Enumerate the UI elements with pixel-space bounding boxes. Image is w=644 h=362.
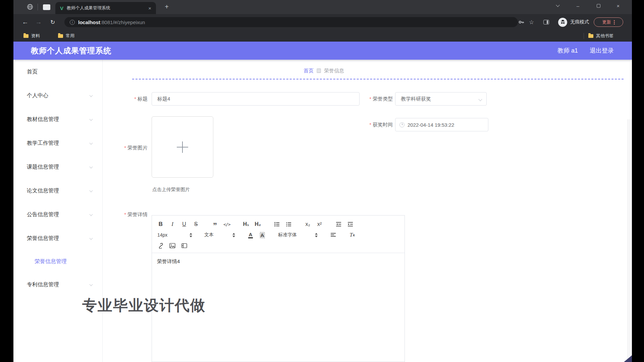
insert-image-button[interactable] xyxy=(169,242,176,250)
bold-button[interactable]: B xyxy=(157,220,164,228)
font-size-select[interactable]: 14px xyxy=(157,232,192,238)
editor-content[interactable]: 荣誉详情4 xyxy=(152,253,405,270)
heading2-button[interactable]: H₂ xyxy=(254,220,261,228)
sidebar-item-textbook-mgmt[interactable]: 教材信息管理 xyxy=(13,107,102,131)
breadcrumb: 首页 荣誉信息 xyxy=(304,67,344,74)
insert-video-button[interactable] xyxy=(181,242,187,250)
bookmark-star-icon[interactable]: ☆ xyxy=(529,14,534,30)
sidebar-item-label: 专利信息管理 xyxy=(27,282,59,287)
sidebar: 首页 个人中心 教材信息管理 教学工作管理 课题信息管理 xyxy=(13,60,103,362)
honor-detail-field-label: *荣誉详情 xyxy=(110,209,148,220)
bullet-list-button[interactable] xyxy=(285,220,292,228)
sidebar-subitem-honor-info-mgmt-active[interactable]: 荣誉信息管理 xyxy=(13,250,102,273)
bookmarks-bar: 资料 常用 其他书签 xyxy=(13,30,632,42)
sidebar-item-teaching-work-mgmt[interactable]: 教学工作管理 xyxy=(13,131,102,155)
app-title: 教师个人成果管理系统 xyxy=(31,42,111,60)
address-bar: ← → ↻ localhost :8081/#/zhiyepeixun ☆ 无痕… xyxy=(13,14,632,30)
window-minimize-button[interactable]: – xyxy=(572,1,584,10)
chevron-down-icon xyxy=(90,213,93,216)
breadcrumb-home-link[interactable]: 首页 xyxy=(304,68,314,74)
sidebar-item-label: 公告信息管理 xyxy=(27,212,59,217)
rich-text-editor: B I U S ” </> H₁ H₂ x₂ xyxy=(152,215,405,362)
chevron-down-icon xyxy=(90,118,93,121)
side-panel-icon[interactable] xyxy=(543,14,549,30)
sidebar-item-honor-info-mgmt[interactable]: 荣誉信息管理 xyxy=(13,226,102,250)
ordered-list-button[interactable] xyxy=(273,220,280,228)
sidebar-item-patent-info-mgmt[interactable]: 专利信息管理 xyxy=(13,273,102,296)
subscript-button[interactable]: x₂ xyxy=(304,220,311,228)
underline-button[interactable]: U xyxy=(181,220,187,228)
text-color-button[interactable]: A xyxy=(247,231,254,239)
update-button[interactable]: 更新 xyxy=(594,17,623,27)
browser-window: V 教师个人成果管理系统 × + – × ← → ↻ localhost :80… xyxy=(13,0,632,362)
blockquote-button[interactable]: ” xyxy=(212,220,218,228)
bookmark-folder-changyong[interactable]: 常用 xyxy=(58,30,74,42)
watermark-text: 专业毕业设计代做 xyxy=(82,296,206,315)
sidebar-item-paper-info-mgmt[interactable]: 论文信息管理 xyxy=(13,179,102,202)
strikethrough-button[interactable]: S xyxy=(193,220,199,228)
bookmark-folder-zila[interactable]: 资料 xyxy=(23,30,40,42)
sidebar-item-project-info-mgmt[interactable]: 课题信息管理 xyxy=(13,155,102,179)
new-tab-button[interactable]: + xyxy=(162,3,171,11)
divider xyxy=(38,4,38,10)
title-input[interactable]: 标题4 xyxy=(152,92,360,106)
window-maximize-button[interactable] xyxy=(593,1,604,10)
highlight-color-button[interactable]: A xyxy=(259,231,266,239)
chevron-down-icon xyxy=(90,237,93,240)
breadcrumb-separator-icon xyxy=(317,68,321,73)
sidebar-subitem-label: 荣誉信息管理 xyxy=(35,258,67,264)
window-close-button[interactable]: × xyxy=(612,1,624,10)
chevron-down-icon xyxy=(478,97,482,101)
updown-arrows-icon xyxy=(232,233,235,237)
breadcrumb-current: 荣誉信息 xyxy=(324,68,344,74)
align-button[interactable] xyxy=(330,231,336,239)
chevron-down-icon xyxy=(90,94,93,97)
award-time-picker[interactable]: 2022-04-14 19:53:22 xyxy=(395,118,488,131)
vue-favicon-icon: V xyxy=(60,5,63,11)
sidebar-item-label: 首页 xyxy=(27,69,38,74)
back-button[interactable]: ← xyxy=(19,14,31,30)
browser-tab[interactable]: V 教师个人成果管理系统 × xyxy=(55,2,156,14)
sidebar-menu: 首页 个人中心 教材信息管理 教学工作管理 课题信息管理 xyxy=(13,60,102,296)
window-menu-chevron-icon[interactable] xyxy=(552,1,564,10)
sidebar-item-announcement-mgmt[interactable]: 公告信息管理 xyxy=(13,202,102,226)
indent-button[interactable] xyxy=(347,220,354,228)
incognito-mode-label: 无痕模式 xyxy=(570,14,589,30)
code-block-button[interactable]: </> xyxy=(223,220,230,228)
superscript-button[interactable]: x² xyxy=(316,220,323,228)
current-user-label: 教师 a1 xyxy=(557,42,578,60)
chevron-down-icon xyxy=(90,165,93,169)
font-family-select[interactable]: 标准字体 xyxy=(278,232,318,238)
text-style-select[interactable]: 文本 xyxy=(204,232,235,238)
honor-image-upload[interactable] xyxy=(152,116,213,178)
honor-type-select[interactable]: 教学科研获奖 xyxy=(395,92,487,106)
chevron-down-icon xyxy=(90,283,93,286)
italic-button[interactable]: I xyxy=(169,220,176,228)
url-input[interactable]: localhost :8081/#/zhiyepeixun xyxy=(64,17,518,27)
sidebar-item-home[interactable]: 首页 xyxy=(13,60,102,83)
outdent-button[interactable] xyxy=(335,220,342,228)
pinned-tab[interactable] xyxy=(43,4,50,10)
url-path: :8081/#/zhiyepeixun xyxy=(100,19,145,25)
sidebar-item-label: 论文信息管理 xyxy=(27,188,59,193)
heading1-button[interactable]: H₁ xyxy=(243,220,249,228)
site-info-icon[interactable] xyxy=(70,20,75,25)
menu-dots-icon[interactable] xyxy=(614,20,615,24)
folder-icon xyxy=(23,34,29,38)
divider xyxy=(584,33,584,39)
page-scrollbar[interactable] xyxy=(627,119,632,362)
tab-close-icon[interactable]: × xyxy=(148,5,151,11)
other-bookmarks-button[interactable]: 其他书签 xyxy=(588,30,613,42)
dashed-divider xyxy=(132,79,624,79)
clear-format-button[interactable]: Tx xyxy=(349,231,356,239)
logout-button[interactable]: 退出登录 xyxy=(590,42,614,60)
insert-link-button[interactable] xyxy=(157,242,164,250)
sidebar-item-personal-center[interactable]: 个人中心 xyxy=(13,83,102,107)
password-key-icon[interactable] xyxy=(518,14,524,30)
globe-icon[interactable] xyxy=(27,4,33,10)
folder-icon xyxy=(588,34,593,38)
page-content: 首页 个人中心 教材信息管理 教学工作管理 课题信息管理 xyxy=(13,60,632,362)
updown-arrows-icon xyxy=(190,233,192,237)
refresh-button[interactable]: ↻ xyxy=(47,14,58,30)
forward-button[interactable]: → xyxy=(33,14,44,30)
